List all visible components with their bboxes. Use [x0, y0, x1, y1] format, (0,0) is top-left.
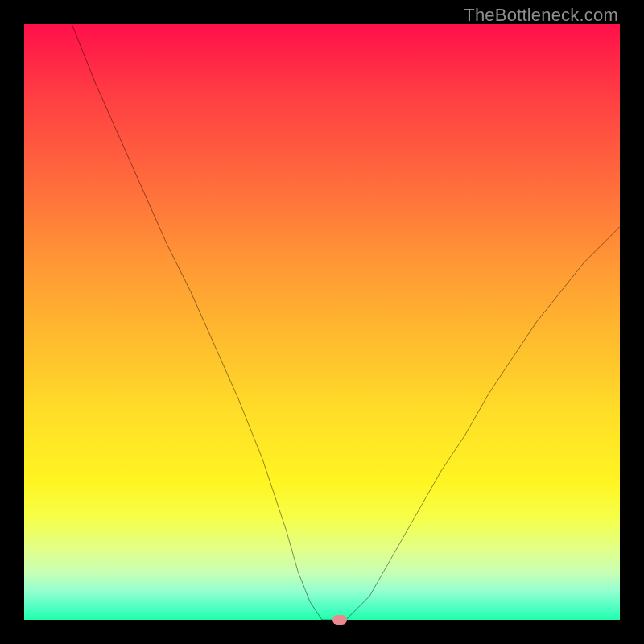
optimal-point-marker — [332, 615, 347, 625]
curve-path — [72, 24, 620, 620]
chart-frame: TheBottleneck.com — [0, 0, 644, 644]
watermark-text: TheBottleneck.com — [464, 5, 618, 26]
bottleneck-curve — [24, 24, 620, 620]
plot-area — [24, 24, 620, 620]
